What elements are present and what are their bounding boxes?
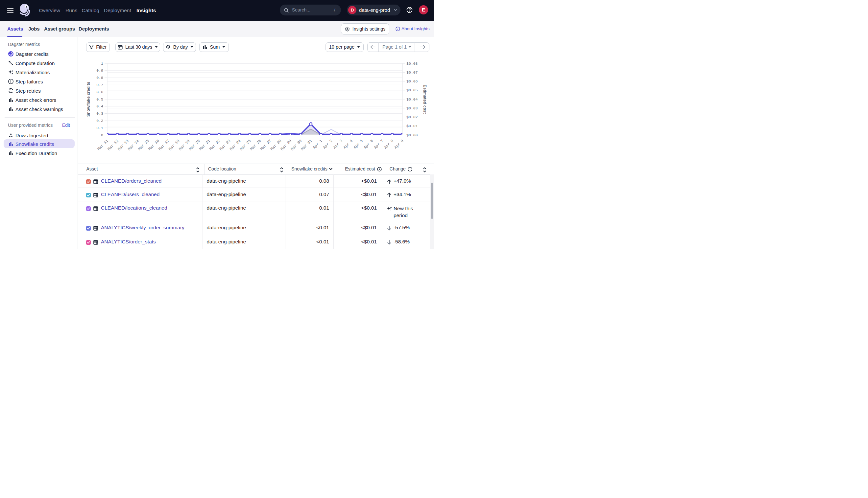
svg-text:Apr 5: Apr 5: [353, 139, 364, 150]
svg-text:Mar 31: Mar 31: [300, 139, 313, 152]
svg-text:Estimated cost: Estimated cost: [422, 85, 427, 114]
svg-text:0.8: 0.8: [96, 76, 103, 80]
svg-text:0.3: 0.3: [96, 112, 103, 116]
svg-text:0.1: 0.1: [96, 126, 103, 130]
svg-text:Mar 15: Mar 15: [137, 139, 150, 152]
svg-text:Mar 28: Mar 28: [270, 139, 282, 152]
svg-text:$0.08: $0.08: [406, 62, 418, 66]
svg-text:Mar 24: Mar 24: [229, 139, 242, 152]
svg-text:Apr 1: Apr 1: [312, 139, 323, 150]
svg-text:$0.07: $0.07: [406, 70, 418, 75]
svg-text:Mar 27: Mar 27: [259, 139, 272, 151]
svg-text:$0.04: $0.04: [406, 97, 418, 102]
svg-text:0.4: 0.4: [96, 104, 103, 108]
svg-text:Mar 23: Mar 23: [219, 139, 231, 152]
svg-text:Mar 25: Mar 25: [239, 139, 252, 152]
svg-text:Mar 20: Mar 20: [188, 139, 201, 152]
svg-text:0: 0: [101, 133, 103, 137]
svg-text:Mar 11: Mar 11: [97, 139, 110, 152]
svg-text:0.9: 0.9: [96, 68, 103, 73]
svg-text:0.7: 0.7: [96, 83, 103, 87]
svg-text:0.2: 0.2: [96, 119, 103, 123]
svg-text:Apr 7: Apr 7: [373, 139, 384, 150]
svg-text:Apr 9: Apr 9: [394, 139, 405, 150]
svg-text:Mar 16: Mar 16: [147, 139, 160, 152]
svg-text:Mar 14: Mar 14: [127, 139, 140, 152]
svg-text:$0.00: $0.00: [406, 133, 418, 137]
svg-text:Mar 19: Mar 19: [178, 139, 191, 152]
svg-text:Mar 21: Mar 21: [198, 139, 211, 152]
svg-text:0.6: 0.6: [96, 90, 103, 94]
svg-text:Apr 6: Apr 6: [363, 139, 374, 150]
svg-text:$0.06: $0.06: [406, 79, 418, 83]
svg-text:1: 1: [101, 62, 103, 66]
svg-text:Mar 18: Mar 18: [168, 139, 180, 152]
svg-text:Mar 26: Mar 26: [249, 139, 262, 152]
svg-text:$0.02: $0.02: [406, 115, 418, 119]
svg-text:$0.03: $0.03: [406, 106, 418, 110]
svg-text:0.5: 0.5: [96, 97, 103, 102]
svg-text:Snowflake credits: Snowflake credits: [86, 82, 91, 117]
svg-text:Apr 8: Apr 8: [383, 139, 395, 150]
svg-text:$0.05: $0.05: [406, 88, 418, 92]
svg-text:Mar 13: Mar 13: [117, 139, 130, 152]
svg-text:Apr 4: Apr 4: [343, 139, 354, 150]
svg-text:Mar 22: Mar 22: [208, 139, 221, 152]
svg-text:Mar 12: Mar 12: [107, 139, 120, 152]
svg-text:Apr 3: Apr 3: [332, 139, 344, 150]
svg-text:$0.01: $0.01: [406, 124, 418, 128]
svg-text:Mar 17: Mar 17: [157, 139, 170, 151]
svg-text:Apr 2: Apr 2: [322, 139, 333, 150]
svg-text:Mar 29: Mar 29: [280, 139, 293, 152]
svg-text:Mar 30: Mar 30: [290, 139, 303, 152]
